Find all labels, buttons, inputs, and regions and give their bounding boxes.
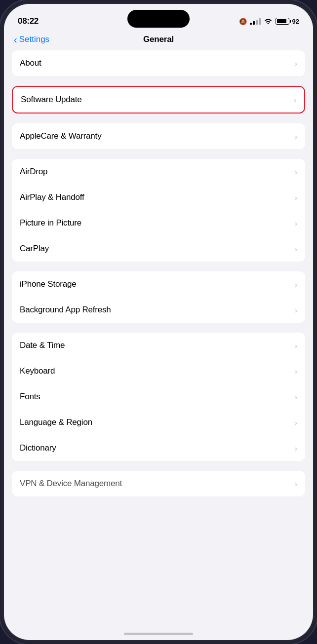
settings-row-airdrop[interactable]: AirDrop › bbox=[12, 159, 305, 185]
background-app-refresh-chevron-icon: › bbox=[295, 306, 297, 314]
vpn-label: VPN & Device Management bbox=[20, 479, 122, 489]
settings-group-1: About › bbox=[12, 50, 305, 76]
date-time-chevron-icon: › bbox=[295, 341, 297, 350]
nav-title: General bbox=[143, 35, 174, 44]
settings-row-background-app-refresh[interactable]: Background App Refresh › bbox=[12, 297, 305, 323]
settings-group-software-update-highlighted: Software Update › bbox=[12, 86, 305, 114]
software-update-chevron-icon: › bbox=[294, 96, 296, 104]
applecare-label: AppleCare & Warranty bbox=[20, 131, 101, 141]
status-time: 08:22 bbox=[18, 16, 39, 26]
software-update-label: Software Update bbox=[21, 95, 82, 105]
applecare-chevron-icon: › bbox=[295, 132, 297, 141]
battery-body bbox=[276, 18, 289, 25]
battery-indicator: 92 bbox=[276, 18, 299, 25]
airdrop-chevron-icon: › bbox=[295, 168, 297, 176]
airplay-handoff-label: AirPlay & Handoff bbox=[20, 192, 84, 202]
dictionary-chevron-icon: › bbox=[295, 444, 297, 453]
settings-group-storage: iPhone Storage › Background App Refresh … bbox=[12, 271, 305, 323]
back-button[interactable]: ‹ Settings bbox=[14, 35, 49, 44]
phone-frame: 08:22 🔕 bbox=[0, 0, 317, 644]
airdrop-label: AirDrop bbox=[20, 167, 47, 177]
battery-fill bbox=[277, 19, 286, 23]
about-chevron-icon: › bbox=[295, 59, 297, 68]
settings-row-software-update[interactable]: Software Update › bbox=[13, 87, 304, 113]
carplay-chevron-icon: › bbox=[295, 245, 297, 253]
settings-row-picture-in-picture[interactable]: Picture in Picture › bbox=[12, 210, 305, 236]
settings-row-date-time[interactable]: Date & Time › bbox=[12, 333, 305, 358]
signal-icon bbox=[250, 18, 261, 25]
settings-group-applecare: AppleCare & Warranty › bbox=[12, 123, 305, 149]
signal-bar-4 bbox=[259, 18, 261, 25]
date-time-label: Date & Time bbox=[20, 341, 65, 350]
signal-bar-3 bbox=[256, 20, 258, 25]
iphone-storage-label: iPhone Storage bbox=[20, 279, 76, 289]
back-label: Settings bbox=[19, 35, 49, 44]
settings-row-airplay-handoff[interactable]: AirPlay & Handoff › bbox=[12, 185, 305, 210]
settings-row-vpn-partial[interactable]: VPN & Device Management › bbox=[12, 471, 305, 496]
settings-row-iphone-storage[interactable]: iPhone Storage › bbox=[12, 271, 305, 297]
airplay-handoff-chevron-icon: › bbox=[295, 193, 297, 202]
screen: 08:22 🔕 bbox=[4, 4, 313, 640]
signal-bar-2 bbox=[253, 21, 255, 25]
settings-content: About › Software Update › AppleCare & Wa… bbox=[4, 50, 313, 627]
iphone-storage-chevron-icon: › bbox=[295, 280, 297, 289]
about-label: About bbox=[20, 58, 41, 68]
settings-row-about[interactable]: About › bbox=[12, 50, 305, 76]
settings-row-applecare[interactable]: AppleCare & Warranty › bbox=[12, 123, 305, 149]
settings-row-keyboard[interactable]: Keyboard › bbox=[12, 358, 305, 384]
battery-percent: 92 bbox=[292, 18, 299, 25]
status-bar: 08:22 🔕 bbox=[4, 4, 313, 33]
picture-in-picture-label: Picture in Picture bbox=[20, 218, 81, 228]
signal-bar-1 bbox=[250, 23, 252, 25]
background-app-refresh-label: Background App Refresh bbox=[20, 305, 111, 315]
dictionary-label: Dictionary bbox=[20, 443, 56, 453]
battery-tip bbox=[290, 20, 291, 23]
vpn-chevron-icon: › bbox=[295, 480, 297, 488]
keyboard-chevron-icon: › bbox=[295, 367, 297, 376]
mute-icon: 🔕 bbox=[239, 18, 247, 25]
status-icons: 🔕 bbox=[238, 17, 299, 26]
carplay-label: CarPlay bbox=[20, 244, 49, 254]
settings-row-carplay[interactable]: CarPlay › bbox=[12, 236, 305, 262]
fonts-chevron-icon: › bbox=[295, 393, 297, 401]
language-region-chevron-icon: › bbox=[295, 418, 297, 427]
home-indicator bbox=[124, 633, 193, 635]
wifi-icon bbox=[264, 17, 273, 26]
settings-group-airdrop: AirDrop › AirPlay & Handoff › Picture in… bbox=[12, 159, 305, 262]
settings-group-date: Date & Time › Keyboard › Fonts › Languag… bbox=[12, 333, 305, 461]
nav-header: ‹ Settings General bbox=[4, 33, 313, 50]
language-region-label: Language & Region bbox=[20, 417, 92, 427]
settings-row-language-region[interactable]: Language & Region › bbox=[12, 410, 305, 435]
fonts-label: Fonts bbox=[20, 392, 40, 402]
settings-row-fonts[interactable]: Fonts › bbox=[12, 384, 305, 410]
keyboard-label: Keyboard bbox=[20, 366, 55, 376]
back-chevron-icon: ‹ bbox=[14, 35, 17, 44]
settings-row-dictionary[interactable]: Dictionary › bbox=[12, 435, 305, 461]
dynamic-island bbox=[127, 10, 190, 28]
picture-in-picture-chevron-icon: › bbox=[295, 219, 297, 227]
